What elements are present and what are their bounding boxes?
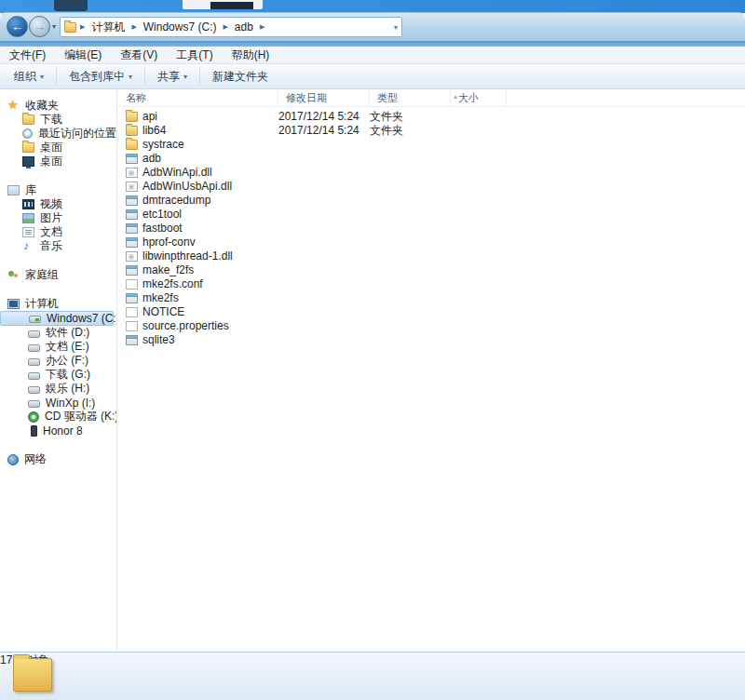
sidebar-item-recent-places[interactable]: 最近访问的位置 [0, 127, 116, 141]
generic-file-icon [126, 279, 138, 289]
details-pane: 17 个对象 [0, 652, 745, 700]
current-folder-icon [13, 658, 52, 692]
file-row[interactable]: NOTICE [118, 305, 745, 319]
file-row[interactable]: adb [118, 152, 745, 166]
file-row[interactable]: dmtracedump [118, 194, 745, 208]
file-rows: api2017/12/14 5:24文件夹 lib642017/12/14 5:… [118, 110, 745, 347]
drive-icon [28, 400, 40, 408]
desktop-background [0, 0, 745, 13]
toolbar-separator [199, 68, 200, 85]
history-dropdown-icon[interactable]: ▾ [52, 22, 56, 31]
drive-icon [28, 372, 40, 380]
sidebar-section-network[interactable]: 网络 [0, 452, 116, 466]
explorer-main: 收藏夹 下载 最近访问的位置 桌面 桌面 库 视频 图片 文档 音乐 家庭组 [0, 89, 745, 652]
breadcrumb-computer[interactable]: 计算机 [88, 19, 128, 36]
sidebar-item-drive-e[interactable]: 文档 (E:) [0, 340, 116, 354]
drive-icon [28, 330, 40, 338]
application-icon [126, 293, 138, 303]
crumb-separator-icon: ▶ [80, 23, 85, 31]
sidebar-item-documents[interactable]: 文档 [0, 225, 116, 239]
file-row[interactable]: AdbWinUsbApi.dll [118, 180, 745, 194]
sidebar-item-honor-8[interactable]: Honor 8 [0, 424, 116, 438]
file-row[interactable]: fastboot [118, 222, 745, 236]
file-row[interactable]: api2017/12/14 5:24文件夹 [118, 110, 745, 124]
generic-file-icon [126, 307, 138, 317]
toolbar-separator [144, 68, 145, 85]
cd-disc-icon [28, 411, 39, 423]
sidebar-item-drive-d[interactable]: 软件 (D:) [0, 326, 116, 340]
file-row[interactable]: mke2fs [118, 291, 745, 305]
navigation-band: ← → ▾ ▶ 计算机 ▶ Windows7 (C:) ▶ adb ▶ ▾ [0, 13, 745, 41]
back-arrow-icon: ← [11, 20, 23, 33]
application-icon [126, 154, 138, 164]
crumb-separator-icon: ▶ [223, 23, 227, 31]
column-header-date[interactable]: 修改日期 [278, 89, 370, 107]
toolbar-separator [56, 68, 57, 85]
file-row[interactable]: sqlite3 [118, 333, 745, 347]
file-row[interactable]: hprof-conv [118, 236, 745, 249]
sidebar-item-drive-i[interactable]: WinXp (I:) [0, 396, 116, 410]
forward-button[interactable]: → [29, 16, 50, 37]
homegroup-icon [7, 270, 20, 280]
address-dropdown-icon[interactable]: ▾ [394, 23, 398, 32]
new-folder-button[interactable]: 新建文件夹 [204, 66, 277, 88]
organize-button[interactable]: 组织▾ [6, 66, 52, 88]
breadcrumb-adb[interactable]: adb [232, 20, 256, 34]
address-bar[interactable]: ▶ 计算机 ▶ Windows7 (C:) ▶ adb ▶ ▾ [60, 17, 402, 37]
sort-ascending-icon: ▴ [446, 88, 457, 105]
file-row[interactable]: make_f2fs [118, 263, 745, 277]
sidebar-section-libraries[interactable]: 库 [0, 183, 116, 197]
sidebar-item-windows7-c[interactable]: Windows7 (C:) [0, 311, 114, 326]
menu-help[interactable]: 帮助(H) [232, 47, 270, 63]
sidebar-item-videos[interactable]: 视频 [0, 197, 116, 211]
folder-icon [22, 142, 34, 153]
application-icon [126, 209, 138, 220]
sidebar-section-favorites[interactable]: 收藏夹 [0, 99, 116, 113]
menu-file[interactable]: 文件(F) [9, 47, 46, 63]
column-header-type[interactable]: 类型 [370, 89, 451, 107]
back-button[interactable]: ← [7, 16, 28, 37]
sidebar-item-downloads[interactable]: 下载 [0, 113, 116, 127]
document-icon [22, 227, 34, 237]
breadcrumb-drive-c[interactable]: Windows7 (C:) [141, 20, 220, 34]
command-toolbar: 组织▾ 包含到库中▾ 共享▾ 新建文件夹 [0, 64, 745, 89]
explorer-window: ← → ▾ ▶ 计算机 ▶ Windows7 (C:) ▶ adb ▶ ▾ 文件… [0, 12, 745, 700]
forward-arrow-icon: → [34, 20, 46, 33]
sidebar-section-homegroup[interactable]: 家庭组 [0, 268, 116, 282]
menu-tools[interactable]: 工具(T) [176, 47, 212, 63]
video-icon [22, 199, 34, 209]
sidebar-section-computer[interactable]: 计算机 [0, 297, 116, 311]
computer-icon [7, 299, 20, 309]
dll-icon [126, 182, 138, 192]
file-row[interactable]: systrace [118, 138, 745, 152]
file-row[interactable]: lib642017/12/14 5:24文件夹 [118, 124, 745, 138]
library-icon [7, 185, 20, 195]
file-row[interactable]: source.properties [118, 319, 745, 333]
sidebar-item-desktop[interactable]: 桌面 [0, 155, 116, 168]
application-icon [126, 195, 138, 206]
chevron-down-icon: ▾ [183, 73, 187, 81]
application-icon [126, 237, 138, 248]
file-row[interactable]: etc1tool [118, 208, 745, 222]
sidebar-item-pictures[interactable]: 图片 [0, 211, 116, 225]
menu-edit[interactable]: 编辑(E) [64, 47, 102, 63]
music-note-icon [22, 241, 34, 251]
desktop-icon-partial [54, 0, 88, 11]
sidebar-item-drive-f[interactable]: 办公 (F:) [0, 354, 116, 368]
file-row[interactable]: AdbWinApi.dll [118, 166, 745, 180]
drive-icon [28, 344, 40, 352]
menu-view[interactable]: 查看(V) [120, 47, 157, 63]
picture-icon [22, 213, 34, 223]
drive-icon [28, 386, 40, 394]
sidebar-item-music[interactable]: 音乐 [0, 239, 116, 253]
sidebar-item-drive-h[interactable]: 娱乐 (H:) [0, 382, 116, 396]
sidebar-item-drive-g[interactable]: 下载 (G:) [0, 368, 116, 382]
share-button[interactable]: 共享▾ [149, 66, 196, 88]
include-in-library-button[interactable]: 包含到库中▾ [61, 66, 141, 88]
sidebar-item-cd-drive-k[interactable]: CD 驱动器 (K:) Hi [0, 410, 116, 424]
file-row[interactable]: mke2fs.conf [118, 277, 745, 291]
column-header-size[interactable]: 大小 [451, 89, 507, 107]
sidebar-item-desktop-folder[interactable]: 桌面 [0, 141, 116, 155]
file-row[interactable]: libwinpthread-1.dll [118, 249, 745, 263]
column-header-name[interactable]: 名称 [118, 89, 278, 107]
